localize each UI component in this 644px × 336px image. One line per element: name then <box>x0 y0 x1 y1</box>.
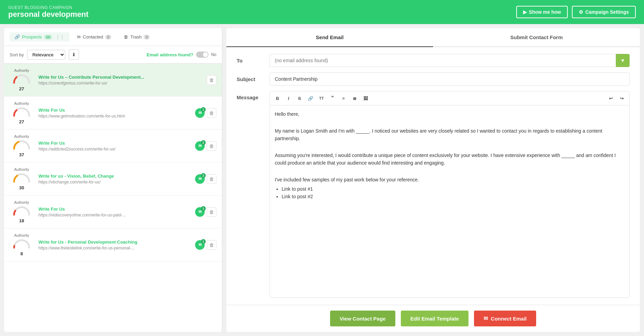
authority-label: Authority <box>10 68 34 72</box>
delete-button[interactable]: 🗑 <box>207 141 216 151</box>
gauge-svg <box>12 106 31 117</box>
trash-icon: 🗑 <box>124 34 128 40</box>
authority-label: Authority <box>10 233 34 237</box>
list-item[interactable]: Authority 30 Write for us - Vision, Beli… <box>4 163 222 195</box>
email-sent-icon[interactable]: ✉ 1 <box>195 240 205 250</box>
delete-button[interactable]: 🗑 <box>207 174 216 184</box>
list-item[interactable]: Authority 18 Write For Us https://redisc… <box>4 195 222 228</box>
prospect-list: Authority 27 Write for Us – Contribute P… <box>4 64 222 332</box>
to-input[interactable] <box>270 54 616 67</box>
toggle-knob <box>203 52 208 57</box>
gauge-svg <box>12 205 31 216</box>
campaign-name: personal development <box>8 10 89 19</box>
prospect-info: Write For Us https://www.getmotivation.c… <box>38 108 190 119</box>
redo-button[interactable]: ↪ <box>617 93 626 103</box>
connect-email-button[interactable]: ✉ Connect Email <box>474 311 536 326</box>
list-item[interactable]: Authority 27 Write for Us – Contribute P… <box>4 64 222 97</box>
authority-value: 37 <box>10 152 34 157</box>
header: GUEST BLOGGING CAMPAIGN personal develop… <box>0 0 644 24</box>
gauge-svg <box>12 172 31 183</box>
undo-button[interactable]: ↩ <box>606 93 615 103</box>
toolbar-right: ↩ ↪ <box>606 93 626 103</box>
email-tabs: Send Email Submit Contact Form <box>226 28 640 47</box>
subject-row: Subject <box>237 72 630 86</box>
link-button[interactable]: 🔗 <box>306 93 315 103</box>
prospect-url: https://vbchange.com/write-for-us/ <box>38 180 190 184</box>
prospect-title: Write For Us <box>38 206 190 212</box>
show-how-button[interactable]: ▶ Show me how <box>516 6 568 18</box>
prospect-url: https://zoneofgenius.com/write-for-us/ <box>38 81 202 86</box>
email-sent-icon[interactable]: ✉ 2 <box>195 174 205 184</box>
italic-button[interactable]: I <box>284 93 293 103</box>
delete-button[interactable]: 🗑 <box>207 75 216 85</box>
download-button[interactable]: ⬇ <box>69 49 79 60</box>
delete-button[interactable]: 🗑 <box>207 108 216 118</box>
tab-trash[interactable]: 🗑 Trash 0 <box>119 32 155 42</box>
prospect-url: https://www.theleslielink.com/write-for-… <box>38 246 190 250</box>
edit-email-template-button[interactable]: Edit Email Template <box>401 311 468 326</box>
prospect-info: Write for us - Vision, Belief, Change ht… <box>38 173 190 184</box>
authority-label: Authority <box>10 101 34 105</box>
tab-contacted[interactable]: ✉ Contacted 0 <box>72 32 116 42</box>
sort-select[interactable]: Relevance Authority Date Added <box>27 50 65 60</box>
prospect-title: Write For Us <box>38 141 190 146</box>
email-count-badge: 1 <box>201 107 206 112</box>
view-contact-page-button[interactable]: View Contact Page <box>330 311 395 326</box>
campaign-settings-button[interactable]: ⚙ Campaign Settings <box>572 6 636 18</box>
list-item[interactable]: Authority 8 Write for Us - Personal Deve… <box>4 228 222 261</box>
tab-prospects[interactable]: 🔗 Prospects 66 ⋮⋮ <box>10 32 69 42</box>
play-icon: ▶ <box>523 9 527 15</box>
toggle-switch[interactable] <box>196 52 208 58</box>
gauge-svg <box>12 73 31 84</box>
email-toggle[interactable]: Email address found? No <box>147 52 216 58</box>
prospects-badge: 66 <box>44 35 52 40</box>
prospect-actions: ✉ 2 🗑 <box>195 141 216 151</box>
to-row: To ▼ <box>237 54 630 67</box>
authority-gauge: Authority 37 <box>10 134 34 157</box>
blockquote-button[interactable]: " <box>328 93 337 103</box>
authority-value: 27 <box>10 86 34 91</box>
message-row: Message B I S 🔗 TT " ≡ ≣ 🖼 ↩ <box>237 91 630 298</box>
email-sent-icon[interactable]: ✉ 1 <box>195 207 205 217</box>
editor-content[interactable]: Hello there,My name is Logan Smith and I… <box>270 105 629 298</box>
font-size-button[interactable]: TT <box>317 93 326 103</box>
delete-button[interactable]: 🗑 <box>207 207 216 217</box>
trash-badge: 0 <box>144 35 150 40</box>
bold-button[interactable]: B <box>273 93 282 103</box>
unordered-list-button[interactable]: ≡ <box>339 93 348 103</box>
gauge-svg <box>12 238 31 249</box>
ordered-list-button[interactable]: ≣ <box>350 93 359 103</box>
tabs-bar: 🔗 Prospects 66 ⋮⋮ ✉ Contacted 0 🗑 Trash … <box>4 28 222 46</box>
delete-button[interactable]: 🗑 <box>207 240 216 250</box>
contacted-badge: 0 <box>105 35 111 40</box>
authority-value: 18 <box>10 218 34 223</box>
to-dropdown-button[interactable]: ▼ <box>616 54 630 67</box>
strikethrough-button[interactable]: S <box>295 93 304 103</box>
authority-label: Authority <box>10 200 34 204</box>
email-sent-icon[interactable]: ✉ 2 <box>195 141 205 151</box>
subject-input[interactable] <box>270 72 630 86</box>
to-field-wrapper: ▼ <box>270 54 630 67</box>
list-item[interactable]: Authority 27 Write For Us https://www.ge… <box>4 97 222 130</box>
authority-gauge: Authority 8 <box>10 233 34 256</box>
authority-gauge: Authority 27 <box>10 68 34 91</box>
message-editor: B I S 🔗 TT " ≡ ≣ 🖼 ↩ ↪ <box>270 91 630 298</box>
prospect-info: Write For Us https://addicted2success.co… <box>38 141 190 152</box>
list-item[interactable]: Authority 37 Write For Us https://addict… <box>4 130 222 163</box>
gauge-svg <box>12 139 31 150</box>
authority-label: Authority <box>10 167 34 171</box>
chevron-down-icon: ▼ <box>620 58 625 63</box>
sort-bar: Sort by Relevance Authority Date Added ⬇… <box>4 46 222 64</box>
tab-submit-contact[interactable]: Submit Contact Form <box>433 28 640 47</box>
prospect-actions: ✉ 2 🗑 <box>195 174 216 184</box>
bottom-actions: View Contact Page Edit Email Template ✉ … <box>226 305 640 332</box>
header-right: ▶ Show me how ⚙ Campaign Settings <box>516 6 636 18</box>
prospect-actions: 🗑 <box>207 75 216 85</box>
prospect-title: Write for Us – Contribute Personal Devel… <box>38 75 202 80</box>
email-count-badge: 2 <box>201 173 206 178</box>
email-sent-icon[interactable]: ✉ 1 <box>195 108 205 118</box>
tab-send-email[interactable]: Send Email <box>226 28 433 47</box>
image-button[interactable]: 🖼 <box>361 93 370 103</box>
email-count-badge: 2 <box>201 140 206 145</box>
grid-icon: ⋮⋮ <box>56 34 65 40</box>
